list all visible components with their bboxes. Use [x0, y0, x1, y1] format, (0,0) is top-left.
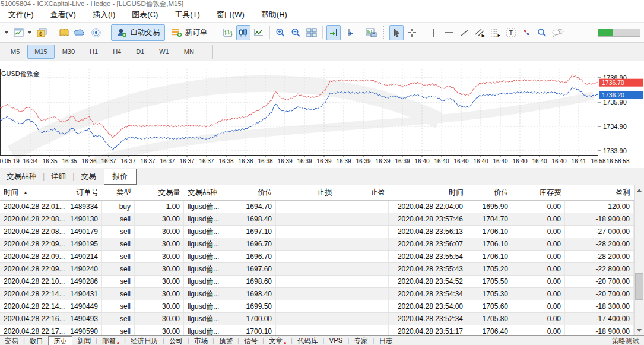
- column-header[interactable]: 时间▲: [0, 188, 66, 198]
- bottom-tab[interactable]: 文章: [264, 336, 291, 345]
- column-header[interactable]: 价位: [467, 188, 512, 198]
- dropdown-caret-button[interactable]: [2, 25, 11, 40]
- table-row[interactable]: 2020.04.28 22:14...1490431sell30.00llgus…: [0, 288, 634, 300]
- price-chart[interactable]: GUSD倫敦金1736.901735.901734.901733.901736.…: [0, 61, 644, 168]
- data-window-button[interactable]: [72, 25, 88, 40]
- candlestick-chart-button[interactable]: [236, 25, 250, 40]
- horizontal-line-button[interactable]: [442, 25, 456, 40]
- column-header[interactable]: 止盈: [335, 188, 389, 198]
- cursor-button[interactable]: [389, 25, 404, 40]
- bottom-tab[interactable]: 预警: [214, 336, 237, 345]
- timeframe-button[interactable]: M30: [55, 45, 82, 59]
- menu-item[interactable]: 帮助(H): [253, 8, 296, 22]
- scrollbar-thumb[interactable]: [635, 273, 643, 300]
- bottom-tab[interactable]: 公司: [164, 336, 188, 345]
- column-header[interactable]: 价位: [224, 188, 276, 198]
- fibonacci-button[interactable]: F: [488, 25, 503, 40]
- bottom-tab[interactable]: 敞口: [25, 336, 48, 345]
- table-row[interactable]: 2020.04.28 22:09...1490240sell30.00llgus…: [0, 263, 634, 276]
- equidistant-channel-button[interactable]: E: [473, 25, 487, 40]
- table-cell: sell: [102, 313, 135, 325]
- book-icon: [59, 28, 69, 37]
- bottom-tab[interactable]: 邮箱: [97, 336, 124, 345]
- timeframe-button[interactable]: D1: [129, 45, 151, 59]
- table-row[interactable]: 2020.04.28 22:01...1489334buy1.00llgusd倫…: [0, 201, 634, 213]
- table-row[interactable]: 2020.04.28 22:09...1490214sell30.00llgus…: [0, 251, 634, 263]
- bottom-tab[interactable]: 新闻: [72, 336, 96, 345]
- search-button[interactable]: [535, 25, 549, 40]
- autotrading-button[interactable]: 自动交易: [111, 24, 165, 41]
- bottom-tab[interactable]: 历史: [48, 336, 72, 345]
- bottom-tab[interactable]: VPS: [325, 336, 348, 345]
- timeframe-button[interactable]: W1: [152, 45, 176, 59]
- profiles-button[interactable]: $: [35, 25, 49, 40]
- timeframe-button[interactable]: H4: [106, 45, 128, 59]
- panel-tab[interactable]: 详细: [45, 169, 72, 185]
- column-header[interactable]: 库存费: [512, 188, 565, 198]
- crosshair-button[interactable]: [405, 25, 419, 40]
- bottom-tab[interactable]: 信号: [239, 336, 262, 345]
- bar-chart-button[interactable]: [221, 25, 235, 40]
- panel-tab[interactable]: 报价: [104, 169, 137, 185]
- column-header[interactable]: 类型: [102, 188, 135, 198]
- vertical-line-button[interactable]: [427, 25, 441, 40]
- bottom-tab[interactable]: 日志: [375, 336, 398, 345]
- toolbar-drag-handle[interactable]: [383, 26, 385, 39]
- column-header[interactable]: 交易量: [135, 188, 184, 198]
- table-cell: -18 300.00: [565, 300, 634, 312]
- comments-button[interactable]: [550, 25, 566, 40]
- table-cell: 30.00: [135, 288, 184, 300]
- new-order-button[interactable]: 新订单: [166, 24, 213, 41]
- panel-tab[interactable]: 交易: [75, 169, 103, 185]
- panel-tab[interactable]: 交易品种: [0, 169, 43, 185]
- column-header[interactable]: 止损: [276, 188, 335, 198]
- bottom-tab[interactable]: 专家: [350, 336, 373, 345]
- chart-shift-button[interactable]: [342, 25, 356, 40]
- broadcast-button[interactable]: [89, 25, 103, 40]
- tile-windows-button[interactable]: [304, 25, 319, 40]
- scroll-down-button[interactable]: [637, 329, 642, 332]
- menu-item[interactable]: 图表(C): [123, 8, 166, 22]
- bottom-tab[interactable]: 代码库: [293, 336, 323, 345]
- table-cell: [335, 288, 389, 300]
- trendline-button[interactable]: [458, 25, 472, 40]
- zoom-in-button[interactable]: [274, 25, 288, 40]
- time-axis-label: 16:39: [316, 158, 331, 164]
- menu-item[interactable]: 插入(I): [84, 8, 123, 22]
- text-tool-button[interactable]: T: [504, 25, 518, 40]
- bottom-tab[interactable]: 经济日历: [126, 336, 163, 345]
- table-row[interactable]: 2020.04.28 22:10...1490286sell30.00llgus…: [0, 276, 634, 288]
- chart-templates-button[interactable]: [364, 25, 379, 40]
- table-row[interactable]: 2020.04.28 22:09...1490195sell30.00llgus…: [0, 238, 634, 251]
- zoom-out-button[interactable]: [289, 25, 303, 40]
- menu-item[interactable]: 查看(V): [42, 8, 84, 22]
- column-header[interactable]: 时间: [389, 188, 467, 198]
- column-header[interactable]: 交易品种: [184, 188, 224, 198]
- scroll-to-end-button[interactable]: [326, 25, 341, 40]
- bottom-tab[interactable]: 交易: [0, 336, 23, 345]
- table-scrollbar[interactable]: [634, 185, 644, 335]
- table-cell: -17 400.00: [565, 313, 634, 325]
- menu-item[interactable]: 文件(F): [0, 8, 42, 22]
- bottom-tab[interactable]: 市场: [189, 336, 212, 345]
- scroll-up-button[interactable]: [637, 189, 642, 192]
- arrows-tool-button[interactable]: [519, 25, 534, 40]
- table-row[interactable]: 2020.04.28 22:14...1490449sell30.00llgus…: [0, 300, 634, 313]
- market-watch-button[interactable]: [57, 25, 71, 40]
- table-cell: 1490286: [66, 276, 102, 287]
- timeframe-button[interactable]: H1: [83, 45, 105, 59]
- timeframe-button[interactable]: M15: [27, 45, 54, 59]
- table-row[interactable]: 2020.04.28 22:08...1490179sell30.00llgus…: [0, 226, 634, 238]
- timeframe-button[interactable]: MN: [177, 45, 201, 59]
- column-header[interactable]: 盈利: [565, 188, 634, 198]
- menu-item[interactable]: 窗口(W): [208, 8, 253, 22]
- table-row[interactable]: 2020.04.28 22:16...1490493sell30.00llgus…: [0, 313, 634, 325]
- column-header[interactable]: 订单号: [66, 188, 102, 198]
- table-row[interactable]: 2020.04.28 22:17...1490590sell30.00llgus…: [0, 325, 634, 335]
- timeframe-button[interactable]: M5: [4, 45, 27, 59]
- menu-item[interactable]: 工具(T): [166, 8, 208, 22]
- table-row[interactable]: 2020.04.28 22:08...1490130sell30.00llgus…: [0, 213, 634, 226]
- line-chart-button[interactable]: [252, 25, 266, 40]
- strategy-tester-label[interactable]: 策略测试: [612, 337, 639, 345]
- new-chart-button[interactable]: [12, 25, 34, 40]
